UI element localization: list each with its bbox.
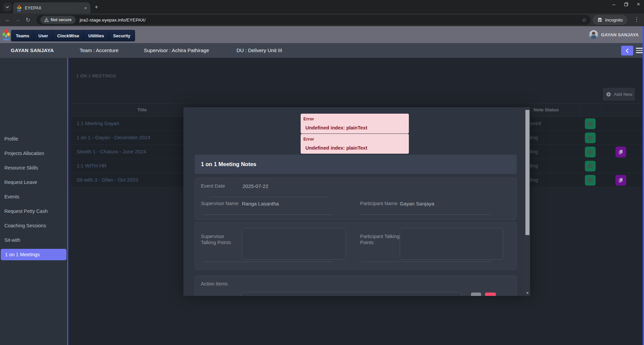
sidebar-item-resource-skills[interactable]: Resource Skills (0, 161, 67, 175)
error-alert: Error Undefined index: plainText (301, 114, 409, 133)
copy-button[interactable] (615, 175, 626, 186)
browser-menu-icon[interactable]: ⋮ (634, 16, 639, 23)
address-bar[interactable]: Not secure jira2-stage.eyepax.info/EYEPA… (36, 15, 591, 25)
sidebar-item-sit-with[interactable]: Sit-with (0, 233, 67, 247)
row-title: 1 on 1 - Gayan - December 2024 (77, 135, 150, 140)
avatar (589, 30, 598, 39)
meeting-notes-modal: Error Undefined index: plainText Error U… (183, 107, 530, 296)
field-underline (210, 197, 328, 197)
view-button[interactable] (585, 132, 596, 143)
reload-icon[interactable]: ↻ (23, 16, 33, 24)
row-title: Sit-with 3 - Dilan - Oct 2023 (77, 177, 138, 183)
supervisor-name-value[interactable]: Ranga Lasantha (242, 201, 279, 206)
participant-talking-points-textarea[interactable] (400, 228, 503, 260)
sidebar-item-request-petty-cash[interactable]: Request Petty Cash (0, 204, 67, 219)
browser-toolbar: ← → ↻ Not secure jira2-stage.eyepax.info… (0, 13, 644, 26)
participant-name-label: Participant Name (360, 201, 397, 206)
chevron-left-icon (626, 48, 629, 53)
url-text[interactable]: jira2-stage.eyepax.info/EYEPAX/ (80, 17, 145, 23)
incognito-glasses-icon (597, 17, 603, 23)
app-navbar: Teams User ClockWise Utilities Security … (0, 26, 644, 43)
action-items-label: Action Items (201, 281, 228, 286)
column-header-note-status: Note Status (533, 107, 559, 112)
participant-talking-points-label: Participant Talking Points (360, 233, 400, 245)
browser-tabstrip: EYEPAX × + ─ × (0, 0, 644, 13)
eye-icon (587, 163, 594, 169)
profile-header: GAYAN SANJAYA Team : Accenture Superviso… (0, 43, 644, 58)
menu-security[interactable]: Security (109, 30, 135, 41)
view-button[interactable] (585, 161, 596, 171)
browser-tab-eyepax[interactable]: EYEPAX × (13, 2, 90, 13)
scrollbar-thumb[interactable] (525, 110, 529, 235)
window-close-icon[interactable]: × (637, 1, 640, 7)
copy-button[interactable] (615, 147, 626, 157)
hamburger-menu-icon[interactable] (636, 48, 643, 54)
supervisor-name-label: Supervisor Name (201, 201, 239, 206)
modal-title-bar: 1 on 1 Meeting Notes (195, 155, 517, 174)
eyepax-logo[interactable] (2, 29, 11, 42)
sidebar-item-profile[interactable]: Profile (0, 132, 67, 146)
tab-search-button[interactable] (3, 3, 11, 11)
incognito-badge: Incognito (593, 15, 627, 25)
back-icon[interactable]: ← (3, 16, 13, 23)
sidebar-item-coaching-sessions[interactable]: Coaching Sessions (0, 219, 67, 233)
sidebar-item-request-leave[interactable]: Request Leave (0, 175, 67, 190)
tab-title: EYEPAX (25, 6, 84, 10)
sidebar-item-events[interactable]: Events (0, 190, 67, 204)
participant-name-value[interactable]: Gayan Sanjaya (400, 201, 434, 206)
action-item-secondary-button[interactable] (471, 293, 481, 296)
window-minimize-icon[interactable]: ─ (612, 2, 615, 7)
screen: EYEPAX × + ─ × ← → ↻ Not secure jira2-st… (0, 0, 644, 345)
header-divider (601, 105, 602, 115)
not-secure-chip[interactable]: Not secure (40, 16, 76, 24)
eye-icon (587, 149, 594, 155)
eyepax-favicon-icon (16, 5, 22, 11)
window-maximize-icon[interactable] (624, 2, 628, 6)
eye-icon (587, 135, 594, 141)
main-menu: Teams User ClockWise Utilities Security (11, 30, 135, 41)
menu-clockwise[interactable]: ClockWise (52, 30, 84, 41)
menu-utilities[interactable]: Utilities (84, 30, 109, 41)
scrollbar-down-arrow-icon[interactable] (526, 292, 529, 294)
error-alert-message: Undefined index: plainText (305, 145, 367, 151)
error-alert-title: Error (303, 137, 314, 142)
action-item-remove-button[interactable] (485, 293, 496, 296)
forward-icon[interactable]: → (13, 16, 23, 23)
error-alert: Error Undefined index: plainText (301, 134, 409, 154)
copy-icon (618, 177, 624, 183)
header-divider (580, 105, 580, 115)
add-new-button[interactable]: Add New (603, 88, 635, 101)
eye-icon (587, 120, 594, 127)
row-title: 1:1 Meeting Gayan (77, 120, 119, 126)
incognito-label: Incognito (605, 17, 623, 23)
user-menu[interactable]: GAYAN SANJAYA (589, 26, 639, 43)
event-date-value[interactable]: 2025-07-22 (243, 183, 268, 189)
page-title: 1 ON 1 MEETINGS (76, 73, 116, 78)
field-underline (360, 262, 490, 262)
field-underline (203, 215, 333, 215)
sidebar-item-projects-allocation[interactable]: Projects Allocation (0, 146, 67, 161)
view-button[interactable] (585, 147, 596, 157)
supervisor-talking-points-textarea[interactable] (242, 228, 346, 260)
warning-triangle-icon (44, 18, 49, 22)
row-title: Sitwith 1 - Chatura - June 2024 (77, 149, 146, 154)
modal-scrollbar[interactable] (525, 107, 530, 296)
error-alert-message: Undefined index: plainText (305, 125, 367, 130)
nav-user-name: GAYAN SANJAYA (601, 32, 639, 37)
sidebar-item-1-on-1-meetings[interactable]: 1 on 1 Meetings (1, 249, 67, 260)
field-underline (360, 215, 490, 215)
bookmark-star-icon[interactable]: ☆ (582, 17, 587, 23)
action-item-input[interactable] (241, 292, 462, 296)
profile-du: DU : Delivery Unit III (237, 47, 282, 53)
view-button[interactable] (585, 118, 596, 129)
new-tab-button[interactable]: + (95, 4, 98, 10)
chevron-down-icon (5, 5, 9, 9)
view-button[interactable] (585, 175, 596, 186)
event-date-label: Event Date (201, 183, 225, 189)
field-underline (203, 262, 333, 262)
menu-teams[interactable]: Teams (11, 30, 34, 41)
app-right-border (643, 26, 644, 345)
tab-close-icon[interactable]: × (84, 5, 87, 10)
sidebar-collapse-button[interactable] (621, 46, 633, 55)
menu-user[interactable]: User (34, 30, 52, 41)
